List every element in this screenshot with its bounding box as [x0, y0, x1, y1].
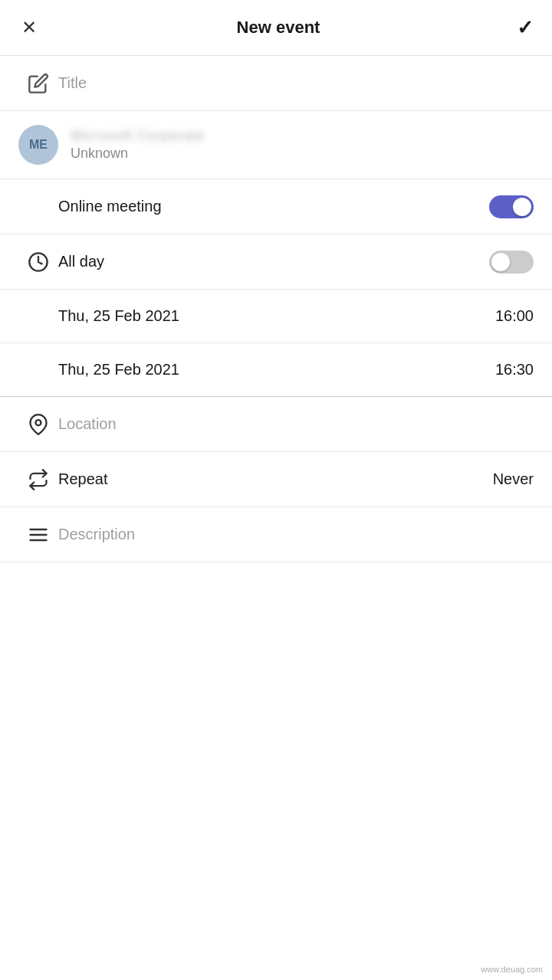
organizer-name: Microsoft Corporate [71, 128, 534, 144]
repeat-label: Repeat [58, 470, 108, 488]
start-datetime-row[interactable]: Thu, 25 Feb 2021 16:00 [0, 290, 552, 343]
description-icon [18, 524, 58, 546]
all-day-content: All day [58, 251, 534, 274]
description-row[interactable]: Description [0, 507, 552, 562]
organizer-row: ME Microsoft Corporate Unknown [0, 111, 552, 179]
online-meeting-label: Online meeting [58, 198, 162, 215]
repeat-value: Never [493, 470, 534, 488]
online-meeting-knob [513, 198, 531, 216]
description-placeholder[interactable]: Description [58, 526, 135, 543]
all-day-knob [491, 253, 510, 271]
start-date[interactable]: Thu, 25 Feb 2021 [58, 307, 495, 325]
end-time[interactable]: 16:30 [495, 361, 534, 379]
all-day-toggle[interactable] [489, 251, 534, 274]
end-date[interactable]: Thu, 25 Feb 2021 [58, 361, 495, 379]
location-placeholder[interactable]: Location [58, 415, 117, 433]
end-datetime-row[interactable]: Thu, 25 Feb 2021 16:30 [0, 343, 552, 397]
edit-icon [18, 73, 58, 94]
title-row [0, 56, 552, 111]
all-day-row[interactable]: All day [0, 234, 552, 290]
clock-icon [18, 251, 58, 273]
page-title: New event [237, 18, 320, 38]
svg-point-1 [36, 420, 41, 425]
watermark: www.deuag.com [481, 965, 543, 974]
location-row[interactable]: Location [0, 397, 552, 452]
title-content [58, 74, 534, 92]
all-day-label: All day [58, 253, 104, 270]
avatar: ME [18, 125, 58, 165]
app-header: ✕ New event ✓ [0, 0, 552, 56]
organizer-info: Microsoft Corporate Unknown [71, 128, 534, 162]
close-icon[interactable]: ✕ [18, 14, 40, 41]
location-icon [18, 414, 58, 435]
start-time[interactable]: 16:00 [495, 307, 534, 325]
repeat-icon [18, 469, 58, 490]
title-input[interactable] [58, 74, 534, 92]
organizer-status: Unknown [71, 146, 534, 162]
location-content: Location [58, 415, 534, 433]
confirm-icon[interactable]: ✓ [517, 16, 534, 40]
repeat-content: Repeat Never [58, 470, 534, 488]
online-meeting-row[interactable]: Online meeting [0, 179, 552, 234]
online-meeting-content: Online meeting [58, 195, 534, 218]
description-content: Description [58, 526, 534, 543]
repeat-row[interactable]: Repeat Never [0, 452, 552, 507]
online-meeting-toggle[interactable] [489, 195, 534, 218]
